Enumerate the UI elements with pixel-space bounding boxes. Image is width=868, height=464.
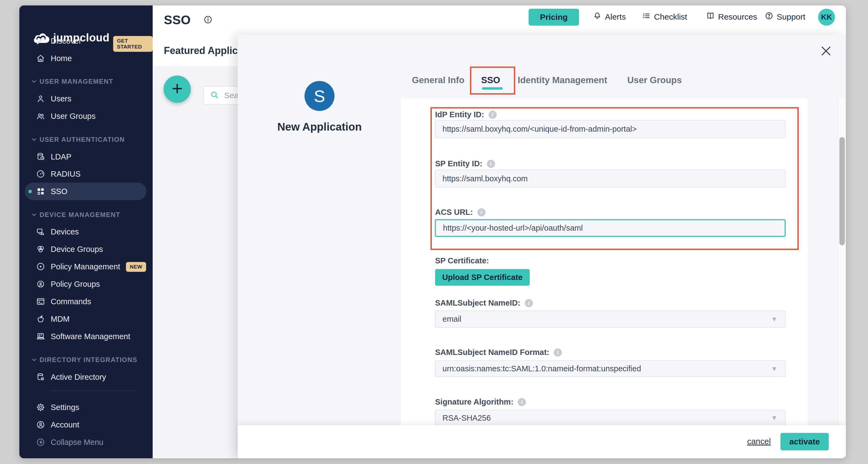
sidebar-item-software-management[interactable]: Software Management bbox=[19, 328, 153, 345]
sidebar-item-collapse-menu[interactable]: Collapse Menu bbox=[19, 433, 153, 451]
sidebar-item-label: Collapse Menu bbox=[51, 438, 103, 447]
sidebar-item-policy-groups[interactable]: Policy Groups bbox=[19, 275, 153, 293]
samlsubject-nameid-select[interactable]: email ▼ bbox=[435, 311, 786, 328]
avatar[interactable]: KK bbox=[818, 9, 835, 26]
section-title: USER MANAGEMENT bbox=[39, 78, 114, 85]
avatar-initials: KK bbox=[821, 13, 832, 22]
sidebar-item-discover[interactable]: Discover GET STARTED bbox=[19, 32, 153, 50]
section-user-authentication[interactable]: USER AUTHENTICATION bbox=[19, 134, 153, 145]
dropdown-caret-icon: ▼ bbox=[771, 315, 777, 323]
policy-groups-icon bbox=[36, 279, 45, 289]
terminal-icon bbox=[36, 297, 45, 306]
checklist-label: Checklist bbox=[654, 12, 687, 22]
samlsubject-nameid-format-value: urn:oasis:names:tc:SAML:1.0:nameid-forma… bbox=[442, 364, 641, 373]
sidebar-item-label: Device Groups bbox=[51, 245, 103, 254]
application-name: New Application bbox=[254, 121, 385, 133]
add-application-button[interactable] bbox=[163, 75, 191, 103]
section-directory-integrations[interactable]: DIRECTORY INTEGRATIONS bbox=[19, 354, 153, 365]
signature-algorithm-label: Signature Algorithm: bbox=[435, 398, 513, 406]
laptop-software-icon bbox=[36, 332, 45, 341]
sp-certificate-label: SP Certificate: bbox=[435, 256, 489, 265]
sidebar-item-sso[interactable]: SSO bbox=[19, 183, 153, 200]
devices-icon bbox=[36, 227, 45, 237]
bell-icon bbox=[593, 11, 602, 22]
samlsubject-nameid-format-label-row: SAMLSubject NameID Format: i bbox=[435, 348, 562, 357]
sidebar-item-users[interactable]: Users bbox=[19, 90, 153, 107]
activate-button[interactable]: activate bbox=[780, 433, 829, 451]
app-window: jumpcloud Discover GET STARTED Home USER… bbox=[19, 5, 846, 458]
sidebar-item-home[interactable]: Home bbox=[19, 50, 153, 67]
resources-button[interactable]: Resources bbox=[706, 11, 757, 22]
tab-user-groups[interactable]: User Groups bbox=[627, 75, 682, 85]
user-icon bbox=[36, 94, 45, 103]
new-application-modal: S New Application General Info SSO Ident… bbox=[238, 35, 846, 458]
signature-algorithm-label-row: Signature Algorithm: i bbox=[435, 398, 526, 406]
sidebar-item-mdm[interactable]: MDM bbox=[19, 310, 153, 328]
modal-scrollbar-thumb[interactable] bbox=[839, 137, 845, 245]
sidebar-item-device-groups[interactable]: Device Groups bbox=[19, 241, 153, 258]
home-icon bbox=[36, 54, 45, 63]
section-device-management[interactable]: DEVICE MANAGEMENT bbox=[19, 209, 153, 220]
section-title: DIRECTORY INTEGRATIONS bbox=[39, 356, 137, 364]
sidebar-item-label: Software Management bbox=[51, 332, 130, 341]
support-button[interactable]: Support bbox=[765, 11, 805, 22]
signature-algorithm-select[interactable]: RSA-SHA256 ▼ bbox=[435, 410, 786, 426]
venn-circles-icon bbox=[36, 244, 45, 254]
radius-radar-icon bbox=[36, 169, 45, 179]
section-user-management[interactable]: USER MANAGEMENT bbox=[19, 76, 153, 87]
sso-tab-annotation-box bbox=[470, 66, 515, 95]
plus-icon bbox=[170, 82, 184, 96]
close-button[interactable] bbox=[817, 42, 835, 60]
sidebar-item-label: Commands bbox=[51, 297, 91, 306]
sidebar-item-label: Policy Management bbox=[51, 262, 120, 271]
samlsubject-nameid-value: email bbox=[442, 315, 461, 323]
pricing-button[interactable]: Pricing bbox=[529, 9, 579, 26]
chevron-down-icon bbox=[31, 357, 37, 363]
collapse-arrow-icon bbox=[36, 437, 45, 447]
sidebar-item-active-directory[interactable]: Active Directory bbox=[19, 368, 153, 386]
sidebar-item-label: Account bbox=[51, 421, 79, 429]
sidebar-item-label: RADIUS bbox=[51, 169, 81, 179]
sso-grid-icon bbox=[36, 186, 45, 196]
sidebar-item-devices[interactable]: Devices bbox=[19, 223, 153, 241]
tab-identity-management[interactable]: Identity Management bbox=[518, 75, 607, 85]
sidebar-item-user-groups[interactable]: User Groups bbox=[19, 107, 153, 125]
chevron-down-icon bbox=[31, 212, 37, 218]
info-icon[interactable]: i bbox=[525, 299, 533, 307]
samlsubject-nameid-format-select[interactable]: urn:oasis:names:tc:SAML:1.0:nameid-forma… bbox=[435, 361, 786, 377]
sidebar-item-label: Home bbox=[51, 54, 72, 63]
sidebar-item-ldap[interactable]: LDAP bbox=[19, 148, 153, 165]
info-icon[interactable]: i bbox=[518, 398, 526, 406]
info-icon[interactable]: i bbox=[554, 348, 562, 357]
sp-certificate-label-row: SP Certificate: bbox=[435, 256, 489, 265]
cancel-link[interactable]: cancel bbox=[743, 437, 775, 446]
active-directory-icon bbox=[36, 372, 45, 382]
sidebar-item-settings[interactable]: Settings bbox=[19, 399, 153, 416]
info-icon[interactable] bbox=[204, 15, 213, 25]
samlsubject-nameid-label: SAMLSubject NameID: bbox=[435, 299, 520, 308]
signature-algorithm-value: RSA-SHA256 bbox=[442, 413, 491, 423]
alerts-button[interactable]: Alerts bbox=[593, 11, 626, 22]
samlsubject-nameid-label-row: SAMLSubject NameID: i bbox=[435, 299, 533, 308]
sidebar-item-label: Users bbox=[51, 94, 71, 103]
sidebar-item-label: Devices bbox=[51, 227, 79, 236]
section-title: DEVICE MANAGEMENT bbox=[39, 211, 120, 219]
apple-icon bbox=[36, 314, 45, 324]
checklist-button[interactable]: Checklist bbox=[642, 11, 687, 22]
sidebar-item-commands[interactable]: Commands bbox=[19, 293, 153, 310]
sidebar-item-label: SSO bbox=[51, 187, 67, 196]
sidebar-item-radius[interactable]: RADIUS bbox=[19, 165, 153, 183]
account-icon bbox=[36, 420, 45, 430]
ldap-database-icon bbox=[36, 152, 45, 162]
policy-octagon-icon bbox=[36, 262, 45, 272]
sidebar-item-label: LDAP bbox=[51, 152, 71, 161]
sidebar-item-account[interactable]: Account bbox=[19, 416, 153, 433]
top-bar: SSO Pricing Alerts Checklist Resources S… bbox=[153, 5, 846, 35]
page-title: SSO bbox=[164, 12, 191, 27]
sidebar-item-policy-management[interactable]: Policy Management NEW bbox=[19, 258, 153, 275]
tab-general-info[interactable]: General Info bbox=[412, 75, 465, 85]
upload-sp-certificate-button[interactable]: Upload SP Certificate bbox=[435, 269, 530, 286]
chevron-down-icon bbox=[31, 78, 37, 85]
checklist-icon bbox=[642, 11, 651, 22]
section-title: USER AUTHENTICATION bbox=[39, 136, 125, 144]
